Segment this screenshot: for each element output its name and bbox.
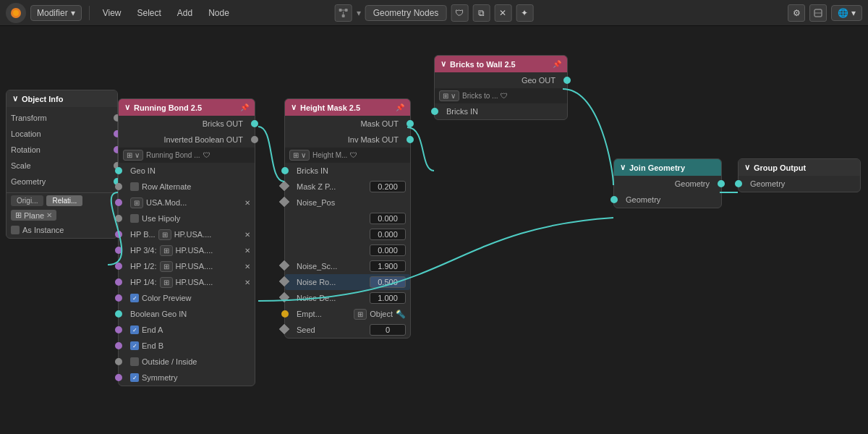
copy-icon[interactable]: ⧉ xyxy=(472,4,490,22)
settings-icon[interactable]: ⚙ xyxy=(788,4,805,22)
empt-socket xyxy=(281,310,289,318)
symmetry-socket xyxy=(115,374,122,381)
empt-icon[interactable]: ⊞ xyxy=(354,309,367,320)
bricks-sub-dropdown[interactable]: ⊞ ∨ xyxy=(439,90,459,101)
hp-34-row: HP 3/4: ⊞ HP.USA.... ✕ xyxy=(119,242,255,258)
noise-de-socket xyxy=(279,292,289,302)
bricks-out-socket xyxy=(251,120,258,127)
hp-12-close[interactable]: ✕ xyxy=(244,263,250,271)
noise-de-value[interactable]: 1.000 xyxy=(370,292,406,304)
app-logo[interactable] xyxy=(6,3,26,23)
group-output-header[interactable]: ∨ Group Output xyxy=(739,159,860,176)
symmetry-cb[interactable]: ✓ xyxy=(130,373,139,382)
editor-type-dropdown[interactable]: Modifier ▾ xyxy=(30,5,82,21)
noise-ro-value[interactable]: 0.500 xyxy=(370,276,406,288)
noise-sc-value[interactable]: 1.900 xyxy=(370,260,406,272)
bricks-in-row: Bricks IN xyxy=(435,103,567,119)
sub-dropdown[interactable]: ⊞ ∨ xyxy=(123,150,143,161)
row-alt-socket xyxy=(115,183,122,190)
noise-x-value[interactable]: 0.000 xyxy=(370,213,406,224)
select-menu[interactable]: Select xyxy=(131,6,166,20)
relative-tab[interactable]: Relati... xyxy=(46,195,82,206)
lp-icon[interactable]: ⊞ xyxy=(130,197,143,208)
running-bond-title: Running Bond 2.5 xyxy=(134,103,202,112)
join-geo-header[interactable]: ∨ Join Geometry xyxy=(614,159,721,176)
close-tab-icon[interactable]: ✕ xyxy=(494,4,511,22)
group-output-title: Group Output xyxy=(754,163,806,172)
svg-rect-4 xyxy=(342,14,345,17)
hm-bricks-socket xyxy=(281,167,289,174)
hp-b-close[interactable]: ✕ xyxy=(244,231,250,239)
as-instance-row: As Instance xyxy=(7,222,117,238)
geometry-nodes-tab[interactable]: Geometry Nodes xyxy=(365,5,447,21)
svg-point-1 xyxy=(13,10,19,16)
overlay-icon[interactable] xyxy=(809,4,827,22)
outside-cb[interactable] xyxy=(130,357,139,366)
shield-badge: 🛡 xyxy=(203,151,210,159)
pin-icon[interactable]: 📌 xyxy=(396,103,404,111)
use-hipoly-cb[interactable] xyxy=(130,214,139,223)
lp-co-row: ⊞ USA.Mod... ✕ xyxy=(119,195,255,210)
node-editor-icon[interactable] xyxy=(335,4,352,22)
hp-12-icon[interactable]: ⊞ xyxy=(160,261,173,272)
row-alt-cb[interactable] xyxy=(130,182,139,191)
hp-34-close[interactable]: ✕ xyxy=(244,247,250,255)
object-info-tabs: Origi... Relati... xyxy=(7,192,117,208)
plane-close[interactable]: ✕ xyxy=(46,211,52,219)
hm-bricks-in: Bricks IN xyxy=(285,163,410,179)
end-a-cb[interactable]: ✓ xyxy=(130,326,139,334)
noise-sc-socket xyxy=(279,260,289,271)
noise-sc-row: Noise_Sc... 1.900 xyxy=(285,258,410,274)
add-menu[interactable]: Add xyxy=(171,6,198,20)
pin-icon[interactable]: 📌 xyxy=(240,103,249,111)
pin-icon[interactable]: ✦ xyxy=(516,4,533,22)
dropdown-arrow-icon: ▾ xyxy=(71,8,75,18)
noise-z-row: 0.000 xyxy=(285,242,410,258)
as-instance-checkbox[interactable] xyxy=(11,226,20,234)
running-bond-sub: ⊞ ∨ Running Bond ... 🛡 xyxy=(119,148,255,163)
bricks-to-wall-title: Bricks to Wall 2.5 xyxy=(450,60,516,69)
view-menu[interactable]: View xyxy=(97,6,127,20)
noise-z-value[interactable]: 0.000 xyxy=(370,244,406,256)
hp-b-icon[interactable]: ⊞ xyxy=(158,229,171,240)
shield-icon[interactable]: 🛡 xyxy=(451,4,468,22)
seed-value[interactable]: 0 xyxy=(370,324,406,336)
object-info-header[interactable]: ∨ Object Info xyxy=(7,90,117,107)
pin-icon[interactable]: 📌 xyxy=(553,60,561,68)
empt-dropper: 🔦 xyxy=(396,310,406,319)
hp-14-close[interactable]: ✕ xyxy=(244,278,250,286)
noise-y-value[interactable]: 0.000 xyxy=(370,229,406,240)
lp-close[interactable]: ✕ xyxy=(244,199,250,207)
hp-14-icon[interactable]: ⊞ xyxy=(160,277,173,288)
running-bond-node: ∨ Running Bond 2.5 📌 Bricks OUT Inverted… xyxy=(118,98,255,386)
topbar: Modifier ▾ View Select Add Node ▾ Geomet… xyxy=(0,0,868,26)
end-a-row: ✓ End A xyxy=(119,322,255,338)
go-geo-socket xyxy=(735,180,742,187)
node-canvas[interactable]: ∨ Object Info Transform Location Rotatio… xyxy=(0,26,868,434)
empt-row: Empt... ⊞ Object 🔦 xyxy=(285,306,410,322)
bricks-to-wall-header[interactable]: ∨ Bricks to Wall 2.5 📌 xyxy=(435,56,567,72)
row-alt-row: Row Alternate xyxy=(119,179,255,195)
noise-pos-socket xyxy=(279,197,289,207)
height-mask-node: ∨ Height Mask 2.5 📌 Mask OUT Inv Mask OU… xyxy=(284,98,411,339)
inv-bool-socket xyxy=(251,136,258,143)
mask-out-row: Mask OUT xyxy=(285,116,410,132)
mask-zp-value[interactable]: 0.200 xyxy=(370,181,406,192)
end-b-cb[interactable]: ✓ xyxy=(130,341,139,350)
height-mask-header[interactable]: ∨ Height Mask 2.5 📌 xyxy=(285,99,410,116)
plane-badge[interactable]: ⊞ Plane ✕ xyxy=(11,210,56,221)
bool-geo-in-row: Boolean Geo IN xyxy=(119,306,255,322)
geo-out-row: Geo OUT xyxy=(435,72,567,88)
viewport-dropdown[interactable]: 🌐 ▾ xyxy=(831,5,862,21)
origin-tab[interactable]: Origi... xyxy=(11,195,43,206)
bricks-out-row: Bricks OUT xyxy=(119,116,255,132)
collapse-icon: ∨ xyxy=(441,59,446,69)
collapse-icon: ∨ xyxy=(620,163,626,172)
hp-34-icon[interactable]: ⊞ xyxy=(160,245,173,256)
jg-out-socket xyxy=(718,180,725,187)
running-bond-header[interactable]: ∨ Running Bond 2.5 📌 xyxy=(119,99,255,116)
node-menu[interactable]: Node xyxy=(203,6,235,20)
inv-bool-out-row: Inverted Boolean OUT xyxy=(119,132,255,148)
color-preview-cb[interactable]: ✓ xyxy=(130,294,139,302)
hm-sub-dropdown[interactable]: ⊞ ∨ xyxy=(289,150,310,161)
